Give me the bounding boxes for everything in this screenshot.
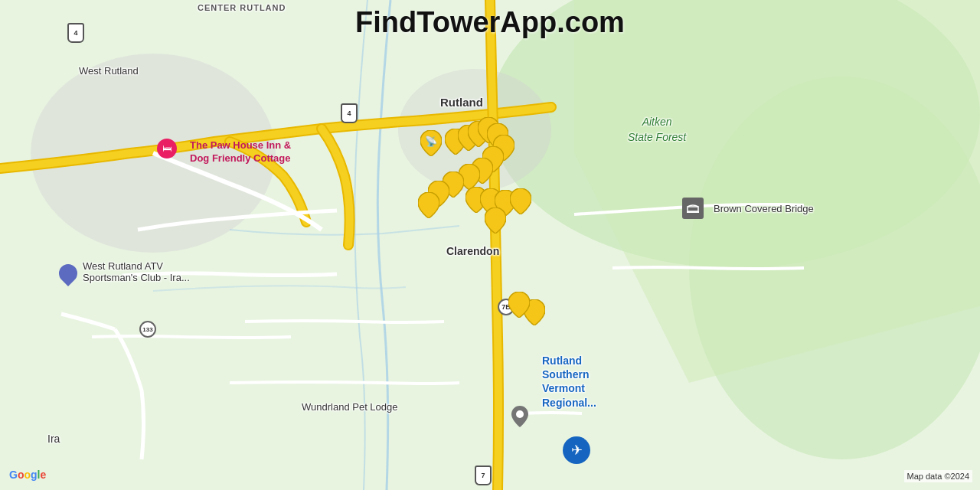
- rutland-label: Rutland: [440, 96, 483, 109]
- center-rutland-label: CENTER RUTLAND: [198, 3, 286, 12]
- svg-text:📡: 📡: [425, 135, 438, 148]
- route-4-shield: 4: [67, 23, 84, 43]
- svg-rect-8: [687, 211, 699, 213]
- covered-bridge-icon[interactable]: [682, 198, 704, 219]
- map-attribution: Map data ©2024: [904, 470, 973, 482]
- tower-pin-1[interactable]: 📡: [420, 130, 442, 156]
- route-7-shield: 7: [475, 466, 492, 485]
- tower-pin-20[interactable]: [508, 292, 530, 318]
- google-logo: Google: [9, 469, 46, 481]
- paw-house-label: The Paw House Inn &Dog Friendly Cottage: [190, 139, 291, 165]
- aitken-forest-label: AitkenState Forest: [628, 115, 686, 145]
- tower-pin-18[interactable]: [485, 207, 506, 234]
- tower-pin-17[interactable]: [510, 188, 531, 214]
- wundrland-pin[interactable]: [511, 406, 528, 430]
- svg-point-9: [516, 410, 524, 418]
- clarendon-label: Clarendon: [446, 245, 499, 257]
- west-rutland-label: West Rutland: [79, 65, 139, 77]
- route-133-badge: 133: [139, 321, 156, 338]
- ira-label: Ira: [47, 433, 60, 445]
- covered-bridge-label: Brown Covered Bridge: [714, 203, 814, 214]
- route-4-road-shield: 4: [341, 103, 358, 123]
- wundrland-label: Wundrland Pet Lodge: [302, 401, 398, 413]
- site-title: FindTowerApp.com: [355, 6, 625, 39]
- airport-pin[interactable]: ✈: [563, 436, 590, 464]
- tower-pin-13[interactable]: [418, 192, 439, 218]
- airport-label: RutlandSouthernVermontRegional...: [542, 354, 596, 410]
- paw-house-pin[interactable]: 🛏: [157, 139, 177, 158]
- atv-club-label: West Rutland ATVSportsman's Club - Ira..…: [83, 260, 190, 283]
- svg-rect-7: [688, 207, 698, 211]
- map-container[interactable]: FindTowerApp.com 📡: [0, 0, 980, 490]
